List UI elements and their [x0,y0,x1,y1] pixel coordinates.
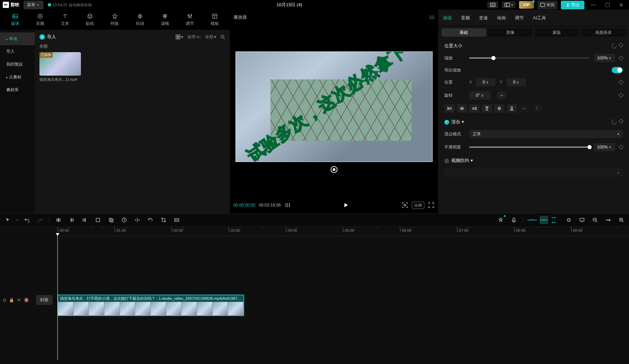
select-tool[interactable] [3,216,12,224]
subtab-cutout[interactable]: 抠像 [488,28,533,37]
view-mode-button[interactable]: ▾ [176,35,183,39]
subtab-beauty[interactable]: 美颜美体 [581,28,626,37]
menu-button[interactable]: 菜单▾ [24,1,44,9]
asset-tab-text[interactable]: 文本 [53,10,77,30]
magnet-off-button[interactable]: ⊶ ⊷ [552,216,560,224]
asset-tab-transition[interactable]: 转场 [128,10,152,30]
scale-slider[interactable] [469,57,590,59]
preview-viewport[interactable]: 试验多次，这次必然拿下 [235,51,433,162]
asset-tab-audio[interactable]: 音频 [28,10,53,30]
align-top-button[interactable] [482,104,492,113]
track-mute-button[interactable]: 🔇 [24,298,29,303]
rotate-button[interactable] [146,216,155,224]
asset-tab-adjust[interactable]: 调节 [177,10,202,30]
vip-button[interactable]: VIP [519,1,534,9]
asset-tab-filter[interactable]: 滤镜 [152,10,177,30]
player-center-icon[interactable] [331,166,337,173]
magnet-link-button[interactable]: ⊶⊷ [540,216,548,224]
auto-enhance-button[interactable] [497,216,505,224]
crop-tool-button[interactable] [159,216,168,224]
maximize-button[interactable]: ☐ [602,2,613,8]
tab-adjust[interactable]: 调节 [514,13,525,23]
track-collapse-button[interactable]: ⊟ [3,298,6,303]
review-button[interactable]: 审阅 [537,1,557,9]
opacity-slider[interactable] [469,146,590,148]
zoom-slider[interactable]: ━● [604,216,612,224]
reverse-button[interactable] [120,216,128,224]
keyboard-button[interactable] [487,1,498,8]
import-button[interactable]: + 导入 [39,34,56,40]
reset-transform-icon[interactable] [611,42,618,49]
subtab-mask[interactable]: 蒙版 [535,28,579,37]
cover-button[interactable]: 封面 [36,295,53,305]
keyframe-opacity-icon[interactable] [619,145,623,150]
subtab-basic[interactable]: 基础 [442,28,486,37]
mirror-button[interactable]: ↔ [497,91,507,99]
delete-right-button[interactable] [81,216,89,224]
delete-left-button[interactable] [67,216,76,224]
timeline-body[interactable]: 搞笑海岛奇兵，打不死的小强，这次能打下最后的岛吗？ - 1.studio_vid… [55,236,629,360]
scale-value[interactable]: 100% [594,54,615,62]
filter-button[interactable]: 全部 ▾ [205,34,216,40]
split-button[interactable] [54,216,63,224]
mirror-button-tl[interactable] [133,216,141,224]
tab-animation[interactable]: 动画 [496,13,507,23]
asset-tab-media[interactable]: 媒体 [3,10,28,30]
sidebar-item-library[interactable]: 素材库 [0,84,35,96]
keyframe-scale-icon[interactable] [619,56,623,60]
asset-tab-effect[interactable]: 特效 [102,10,127,30]
tab-video[interactable]: 画面 [442,13,453,23]
position-y-input[interactable]: 0 [507,78,526,86]
sidebar-item-presets[interactable]: 我的预设 [0,58,35,71]
tab-ai[interactable]: AI工具 [531,13,547,23]
record-button[interactable] [510,216,518,224]
align-left-button[interactable] [444,104,455,113]
align-right-button[interactable] [469,104,480,113]
tab-audio[interactable]: 音频 [460,13,471,23]
fullscreen-icon[interactable] [428,202,435,209]
keyframe-transform-icon[interactable] [619,43,623,48]
align-vcenter-button[interactable] [494,104,505,113]
align-bottom-button[interactable] [507,104,517,113]
keyframe-blend-icon[interactable] [619,119,623,124]
keyframe-position-icon[interactable] [619,80,623,85]
tab-speed[interactable]: 变速 [478,13,489,23]
position-x-input[interactable]: 0 [476,78,496,86]
track-visibility-button[interactable]: 👁 [17,298,21,303]
asset-tab-template[interactable]: 模板 [202,10,227,30]
asset-tab-sticker[interactable]: 贴纸 [77,10,102,30]
sidebar-item-import[interactable]: 导入 [0,45,35,58]
zoom-in-button[interactable] [617,216,626,224]
crop-button[interactable] [94,216,102,224]
smart-cut-button[interactable] [173,216,181,224]
ratio-button[interactable]: 比例 [412,202,424,209]
stabilize-check-icon[interactable] [444,159,449,163]
preview-mode-button[interactable] [578,216,586,224]
opacity-value[interactable]: 100% [594,143,615,151]
track-lock-button[interactable]: 🔒 [9,298,14,303]
blend-check-icon[interactable] [444,120,449,125]
blend-mode-select[interactable]: 正常▾ [469,130,623,138]
zoom-out-button[interactable] [591,216,599,224]
close-button[interactable]: ✕ [616,2,626,8]
play-button[interactable] [341,200,351,210]
player-menu-button[interactable] [429,16,435,19]
search-button[interactable] [220,35,225,39]
timeline-clip[interactable]: 搞笑海岛奇兵，打不死的小强，这次能打下最后的岛吗？ - 1.studio_vid… [57,295,244,316]
rotation-input[interactable]: 0° [469,91,491,99]
export-button[interactable]: 导出 [561,1,584,9]
sidebar-item-local[interactable]: 本地 [0,32,35,45]
playhead[interactable] [57,236,58,360]
magnet-main-button[interactable]: ⊶•⊷ [528,216,536,224]
snap-button[interactable] [565,216,573,224]
copy-button[interactable] [107,216,115,224]
reset-blend-icon[interactable] [611,118,618,125]
sort-button[interactable]: 排序 ≡↓ [187,34,201,40]
undo-button[interactable] [23,216,31,224]
timeline-ruler[interactable]: | 00:00| 01:00| 02:00| 03:00| 04:00| 05:… [55,227,629,236]
keyframe-rotation-icon[interactable] [619,93,623,98]
layout-button[interactable]: ▾ [502,1,516,8]
minimize-button[interactable]: — [588,2,599,8]
columns-icon[interactable] [284,202,291,209]
frame-capture-icon[interactable] [401,202,408,209]
